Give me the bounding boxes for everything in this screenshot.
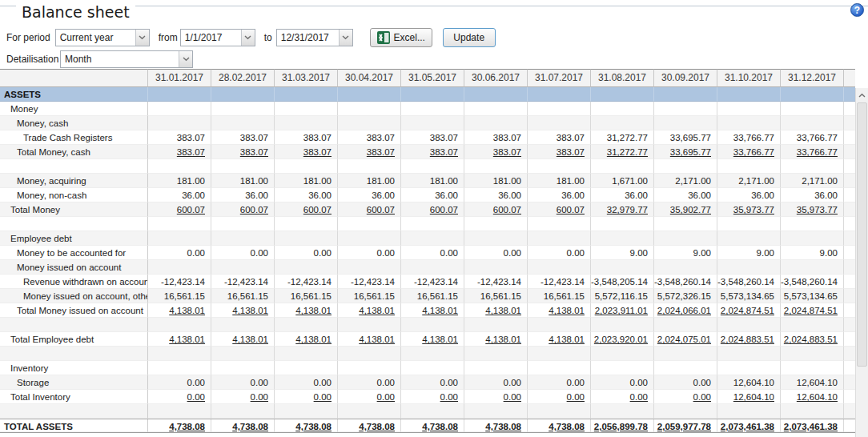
drilldown-link-cell[interactable]: 4,738.08 bbox=[401, 419, 464, 432]
row-label: Trade Cash Registers bbox=[0, 130, 148, 145]
drilldown-link-cell[interactable]: 383.07 bbox=[211, 145, 275, 159]
drilldown-link-cell[interactable]: 32,979.77 bbox=[591, 202, 654, 217]
drilldown-link-cell[interactable]: 600.07 bbox=[338, 202, 401, 217]
drilldown-link-cell[interactable]: 0.00 bbox=[528, 390, 591, 404]
drilldown-link-cell[interactable]: 4,138.01 bbox=[528, 303, 591, 318]
drilldown-link-cell[interactable]: 600.07 bbox=[464, 202, 528, 217]
value-cell bbox=[148, 231, 211, 246]
drilldown-link-cell[interactable]: 2,024,874.51 bbox=[717, 303, 781, 318]
drilldown-link-cell[interactable]: 4,138.01 bbox=[401, 303, 464, 318]
value-cell: -12,423.14 bbox=[148, 275, 211, 289]
row-label: TOTAL ASSETS bbox=[0, 419, 148, 432]
drilldown-link-cell[interactable]: 4,138.01 bbox=[211, 332, 275, 347]
update-button[interactable]: Update bbox=[443, 28, 496, 47]
drilldown-link-cell[interactable]: 0.00 bbox=[275, 390, 338, 404]
drilldown-link-cell[interactable]: 4,138.01 bbox=[211, 303, 275, 318]
drilldown-link-cell[interactable]: 2,073,461.38 bbox=[781, 419, 844, 432]
drilldown-link-cell[interactable]: 600.07 bbox=[401, 202, 464, 217]
drilldown-link-cell[interactable]: 383.07 bbox=[338, 145, 401, 159]
drilldown-link-cell[interactable]: 33,695.77 bbox=[654, 145, 717, 159]
scroll-up-icon[interactable] bbox=[856, 88, 868, 102]
drilldown-link-cell[interactable]: 4,738.08 bbox=[528, 419, 591, 432]
drilldown-link-cell[interactable]: 12,604.10 bbox=[781, 390, 844, 404]
drilldown-link-cell[interactable]: 600.07 bbox=[211, 202, 275, 217]
drilldown-link-cell[interactable]: 33,766.77 bbox=[717, 145, 781, 159]
drilldown-link-cell[interactable]: 4,738.08 bbox=[275, 419, 338, 432]
period-select[interactable]: Current year bbox=[55, 29, 150, 46]
drilldown-link-cell[interactable]: 4,138.01 bbox=[338, 303, 401, 318]
drilldown-link-cell[interactable]: 35,902.77 bbox=[654, 202, 717, 217]
from-date-select[interactable]: 1/1/2017 bbox=[180, 29, 255, 46]
drilldown-link-cell[interactable]: 4,138.01 bbox=[338, 332, 401, 347]
table-row bbox=[0, 217, 855, 231]
chevron-down-icon[interactable] bbox=[135, 30, 149, 46]
vertical-scrollbar[interactable] bbox=[855, 88, 868, 437]
drilldown-link-cell[interactable]: 2,023,911.01 bbox=[591, 303, 654, 318]
filler-cell bbox=[844, 390, 855, 404]
value-cell bbox=[464, 404, 528, 419]
help-icon[interactable]: ? bbox=[850, 3, 864, 17]
drilldown-link-cell[interactable]: 600.07 bbox=[148, 202, 211, 217]
drilldown-link-cell[interactable]: 0.00 bbox=[148, 390, 211, 404]
drilldown-link-cell[interactable]: 2,024,883.51 bbox=[781, 332, 844, 347]
drilldown-link-cell[interactable]: 0.00 bbox=[338, 390, 401, 404]
drilldown-link-cell[interactable]: 4,138.01 bbox=[275, 303, 338, 318]
value-cell bbox=[338, 361, 401, 375]
value-cell bbox=[654, 87, 717, 102]
scroll-thumb[interactable] bbox=[857, 102, 867, 367]
drilldown-link-cell[interactable]: 2,056,899.78 bbox=[591, 419, 654, 432]
detailisation-select[interactable]: Month bbox=[60, 50, 193, 68]
drilldown-link-cell[interactable]: 4,738.08 bbox=[464, 419, 528, 432]
drilldown-link-cell[interactable]: 4,138.01 bbox=[464, 332, 528, 347]
value-cell: 5,572,326.15 bbox=[654, 289, 717, 303]
drilldown-link-cell[interactable]: 4,138.01 bbox=[528, 332, 591, 347]
drilldown-link-cell[interactable]: 2,024,874.51 bbox=[781, 303, 844, 318]
drilldown-link-cell[interactable]: 383.07 bbox=[148, 145, 211, 159]
drilldown-link-cell[interactable]: 2,024,075.01 bbox=[654, 332, 717, 347]
drilldown-link-cell[interactable]: 4,138.01 bbox=[401, 332, 464, 347]
drilldown-link-cell[interactable]: 383.07 bbox=[464, 145, 528, 159]
value-cell: -12,423.14 bbox=[464, 275, 528, 289]
value-cell: -3,548,260.14 bbox=[781, 275, 844, 289]
drilldown-link-cell[interactable]: 33,766.77 bbox=[781, 145, 844, 159]
drilldown-link-cell[interactable]: 0.00 bbox=[464, 390, 528, 404]
drilldown-link-cell[interactable]: 4,138.01 bbox=[148, 332, 211, 347]
value-cell bbox=[528, 347, 591, 361]
drilldown-link-cell[interactable]: 600.07 bbox=[528, 202, 591, 217]
chevron-down-icon[interactable] bbox=[339, 30, 352, 46]
filler-cell bbox=[844, 202, 855, 217]
drilldown-link-cell[interactable]: 35,973.77 bbox=[781, 202, 844, 217]
drilldown-link-cell[interactable]: 2,023,920.01 bbox=[591, 332, 654, 347]
drilldown-link-cell[interactable]: 2,024,883.51 bbox=[717, 332, 781, 347]
drilldown-link-cell[interactable]: 2,059,977.78 bbox=[654, 419, 717, 432]
value-cell: 36.00 bbox=[275, 188, 338, 202]
drilldown-link-cell[interactable]: 4,138.01 bbox=[464, 303, 528, 318]
drilldown-link-cell[interactable]: 0.00 bbox=[591, 390, 654, 404]
value-cell bbox=[148, 318, 211, 332]
drilldown-link-cell[interactable]: 35,973.77 bbox=[717, 202, 781, 217]
drilldown-link-cell[interactable]: 4,138.01 bbox=[275, 332, 338, 347]
drilldown-link-cell[interactable]: 0.00 bbox=[211, 390, 275, 404]
chevron-down-icon[interactable] bbox=[241, 30, 255, 46]
value-cell: 0.00 bbox=[338, 375, 401, 390]
drilldown-link-cell[interactable]: 383.07 bbox=[275, 145, 338, 159]
drilldown-link-cell[interactable]: 4,738.08 bbox=[338, 419, 401, 432]
drilldown-link-cell[interactable]: 4,138.01 bbox=[148, 303, 211, 318]
excel-button[interactable]: Excel... bbox=[370, 28, 432, 47]
chevron-down-icon[interactable] bbox=[179, 51, 192, 67]
drilldown-link-cell[interactable]: 383.07 bbox=[528, 145, 591, 159]
drilldown-link-cell[interactable]: 12,604.10 bbox=[717, 390, 781, 404]
drilldown-link-cell[interactable]: 4,738.08 bbox=[148, 419, 211, 432]
drilldown-link-cell[interactable]: 2,024,066.01 bbox=[654, 303, 717, 318]
drilldown-link-cell[interactable]: 4,738.08 bbox=[211, 419, 275, 432]
drilldown-link-cell[interactable]: 31,272.77 bbox=[591, 145, 654, 159]
drilldown-link-cell[interactable]: 600.07 bbox=[275, 202, 338, 217]
drilldown-link-cell[interactable]: 0.00 bbox=[654, 390, 717, 404]
to-date-select[interactable]: 12/31/2017 bbox=[276, 29, 353, 46]
value-cell bbox=[654, 159, 717, 174]
drilldown-link-cell[interactable]: 2,073,461.38 bbox=[717, 419, 781, 432]
drilldown-link-cell[interactable]: 0.00 bbox=[401, 390, 464, 404]
drilldown-link-cell[interactable]: 383.07 bbox=[401, 145, 464, 159]
value-cell: 2,171.00 bbox=[781, 174, 844, 188]
corner-header-cell bbox=[0, 69, 148, 87]
